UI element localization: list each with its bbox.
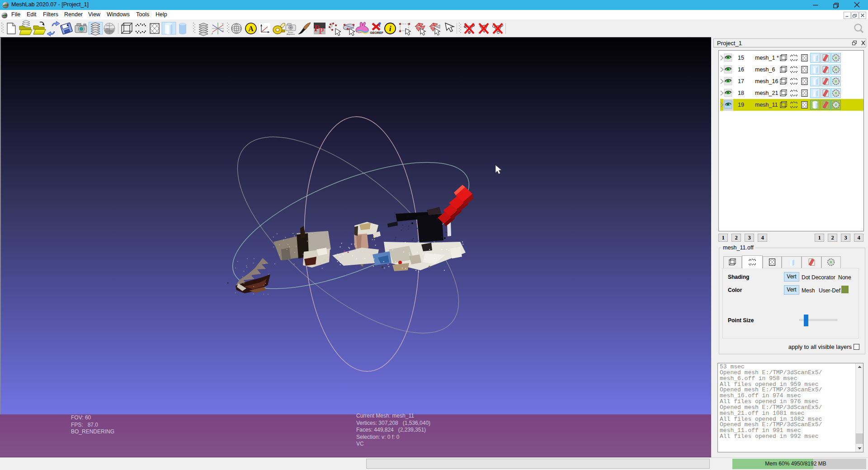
svg-text:x: x [222, 29, 224, 32]
svg-text:A: A [248, 25, 254, 33]
svg-text:Alignment: Alignment [287, 33, 295, 35]
svg-text:GEOREF: GEOREF [370, 31, 383, 34]
svg-text:Y: Y [222, 23, 224, 25]
svg-text:P: P [319, 26, 324, 36]
svg-text:z: z [212, 32, 213, 35]
svg-text:i: i [389, 24, 392, 33]
